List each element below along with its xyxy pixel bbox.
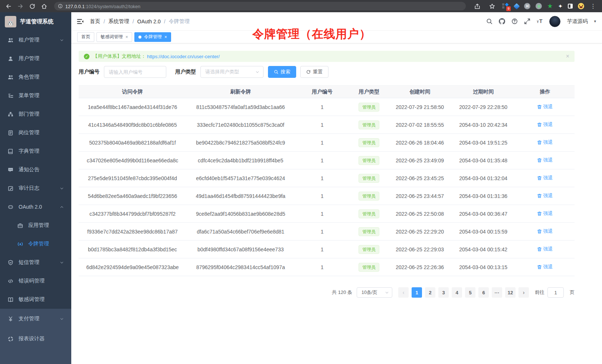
side-panel-icon[interactable] [568, 4, 573, 9]
avatar[interactable] [549, 16, 560, 27]
sidebar-item-report[interactable]: 报表设计器 [0, 329, 71, 349]
sidebar-item-sms[interactable]: 短信管理 [0, 253, 71, 272]
help-icon[interactable] [511, 18, 518, 24]
sidebar-item-role[interactable]: 角色管理 [0, 68, 71, 86]
sidebar-item-tenant[interactable]: 租户管理 [0, 31, 71, 49]
force-logout-button[interactable]: 强退 [537, 210, 553, 217]
page-button-12[interactable]: 12 [505, 287, 516, 298]
goto-page-input[interactable] [547, 287, 564, 298]
action-cell: 强退 [516, 187, 575, 205]
bookmark-star-icon[interactable] [487, 1, 497, 11]
user-type-select[interactable]: 请选择用户类型 [200, 66, 264, 78]
user-type-badge: 管理员 [359, 227, 379, 236]
tab-home[interactable]: 首页 [77, 32, 94, 42]
breadcrumb: 首页/系统管理/OAuth 2.0/令牌管理 [90, 18, 190, 25]
gem-extension-icon[interactable] [514, 3, 520, 9]
created-time-cell: 2022-06-25 23:49:09 [389, 152, 451, 169]
tab-token[interactable]: 令牌管理× [134, 32, 171, 42]
access-token-cell: f9336e7c7dd242a283ee98dc86b17a87 [79, 223, 186, 241]
username[interactable]: 芋道源码 [567, 18, 588, 25]
sidebar-item-oauth2-token[interactable]: 令牌管理 [0, 235, 71, 253]
page-button-5[interactable]: 5 [465, 287, 475, 298]
force-logout-button[interactable]: 强退 [537, 264, 553, 270]
page-size-select[interactable]: 10条/页 [357, 287, 392, 298]
breadcrumb-item[interactable]: 首页 [90, 18, 100, 25]
page-button-1[interactable]: 1 [412, 287, 422, 298]
star-extension-icon[interactable]: ★ [547, 3, 553, 9]
force-logout-button[interactable]: 强退 [537, 246, 553, 252]
reset-button[interactable]: 重置 [300, 66, 328, 78]
sidebar-item-audit-log[interactable]: 审计日志 [0, 179, 71, 198]
force-logout-button[interactable]: 强退 [537, 175, 553, 181]
user-type-badge: 管理员 [359, 263, 379, 272]
tab-sensitive-word[interactable]: 敏感词管理× [96, 32, 132, 42]
filter-form: 用户编号 用户类型 请选择用户类型 搜索 重置 [79, 66, 575, 78]
forward-icon[interactable] [16, 1, 25, 11]
breadcrumb-item[interactable]: OAuth 2.0 [137, 19, 161, 24]
force-logout-button[interactable]: 强退 [537, 121, 553, 128]
sidebar-toggle-icon[interactable] [76, 18, 84, 25]
address-bar[interactable]: 127.0.0.1:1024/system/oauth2/token [54, 2, 466, 10]
emoji-extension-icon[interactable] [578, 3, 584, 9]
page-button-6[interactable]: 6 [478, 287, 489, 298]
browser-menu-icon[interactable]: ⋮ [589, 3, 597, 10]
user-id-input[interactable] [104, 66, 166, 78]
access-token-cell: c342377bf8b344799dcbf7bf095287f2 [79, 205, 186, 223]
ext-square-2 [502, 6, 504, 9]
sidebar-item-sensitive[interactable]: 敏感词管理 [0, 290, 71, 309]
more-pages-button[interactable]: ··· [492, 287, 502, 298]
close-icon[interactable]: × [125, 35, 128, 39]
ext-diamond [505, 3, 509, 6]
command-extension-icon[interactable]: ⌘ [524, 3, 530, 9]
sidebar-item-post[interactable]: 岗位管理 [0, 123, 71, 142]
app-logo[interactable]: 🐰 芋道管理系统 [0, 12, 71, 31]
breadcrumb-item[interactable]: 系统管理 [108, 18, 129, 25]
sidebar-item-oauth2[interactable]: OAuth 2.0 [0, 198, 71, 216]
page-button-4[interactable]: 4 [452, 287, 462, 298]
fullscreen-icon[interactable] [524, 18, 530, 24]
search-button-label: 搜索 [281, 69, 290, 75]
search-icon[interactable] [486, 18, 493, 24]
puzzle-extension-icon[interactable]: ✦ [558, 3, 563, 9]
sidebar-item-menu[interactable]: 菜单管理 [0, 86, 71, 105]
main-panel: 令牌管理（在线用户） 首页/系统管理/OAuth 2.0/令牌管理 TT 芋道源… [71, 12, 602, 364]
home-icon[interactable] [39, 1, 49, 11]
header-actions: TT 芋道源码 ▾ [486, 16, 596, 27]
column-header: 用户类型 [349, 86, 389, 98]
force-logout-button[interactable]: 强退 [537, 157, 553, 163]
sidebar-item-pay[interactable]: 支付管理 [0, 309, 71, 329]
sidebar-item-notice[interactable]: 通知公告 [0, 161, 71, 179]
sidebar-item-dept[interactable]: 部门管理 [0, 105, 71, 123]
back-icon[interactable] [4, 1, 13, 11]
table-row: 502375b8040a469a9b82188afdf6af1fbe90422b… [79, 134, 575, 152]
sidebar-item-error-code[interactable]: 错误码管理 [0, 272, 71, 290]
close-icon[interactable]: × [566, 53, 569, 59]
refresh-icon[interactable] [27, 1, 37, 11]
force-logout-button[interactable]: 强退 [537, 103, 553, 110]
site-info-icon[interactable] [58, 4, 63, 9]
force-logout-button[interactable]: 强退 [537, 192, 553, 199]
alert-banner: ✓ 【用户体系】文档地址： https://doc.iocoder.cn/use… [79, 51, 575, 62]
sidebar-item-user[interactable]: 用户管理 [0, 49, 71, 68]
share-icon[interactable] [472, 1, 482, 11]
next-page-button[interactable]: › [518, 287, 529, 298]
recorder-extension-icon[interactable] [536, 3, 542, 9]
page-button-3[interactable]: 3 [438, 287, 449, 298]
user-type-cell: 管理员 [349, 98, 389, 116]
search-button[interactable]: 搜索 [268, 66, 296, 78]
dept-icon [7, 111, 13, 117]
alert-link[interactable]: https://doc.iocoder.cn/user-center/ [147, 54, 220, 59]
sidebar-item-dict[interactable]: 字典管理 [0, 142, 71, 161]
chevron-down-icon[interactable]: ▾ [594, 19, 596, 24]
github-icon[interactable] [499, 18, 505, 24]
page-button-2[interactable]: 2 [425, 287, 435, 298]
expire-time-cell: 2054-03-04 00:15:42 [451, 241, 516, 258]
sidebar-item-oauth2-app[interactable]: 应用管理 [0, 216, 71, 235]
force-logout-button[interactable]: 强退 [537, 228, 553, 235]
font-size-icon[interactable]: TT [537, 18, 543, 24]
close-icon[interactable]: × [164, 35, 167, 39]
tab-group-extension-icon[interactable]: 9 [502, 3, 509, 10]
sidebar: 🐰 芋道管理系统 租户管理用户管理角色管理菜单管理部门管理岗位管理字典管理通知公… [0, 12, 71, 364]
force-logout-button[interactable]: 强退 [537, 139, 553, 146]
prev-page-button[interactable]: ‹ [398, 287, 409, 298]
